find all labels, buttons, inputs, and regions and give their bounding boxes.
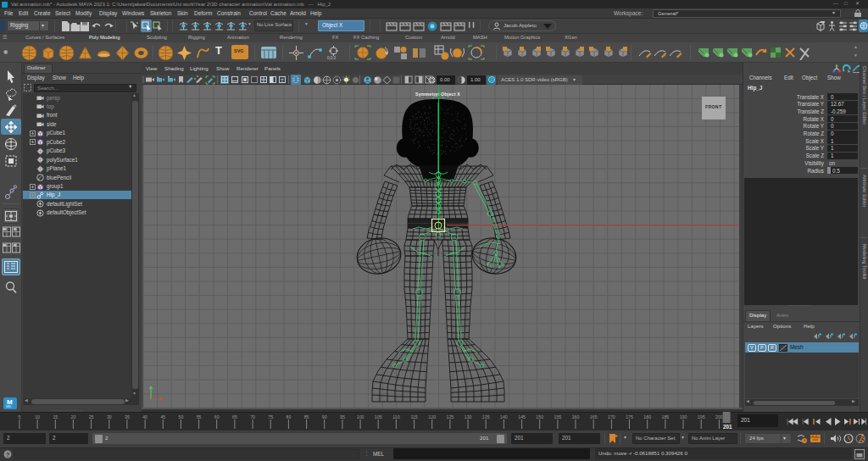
svg-text:180: 180 — [643, 414, 651, 419]
svg-text:95: 95 — [340, 414, 345, 419]
svg-text:100: 100 — [357, 414, 364, 419]
svg-text:10: 10 — [35, 414, 40, 419]
svg-text:185: 185 — [662, 414, 670, 419]
svg-text:145: 145 — [518, 414, 526, 419]
svg-text:90: 90 — [322, 414, 327, 419]
svg-text:40: 40 — [142, 414, 147, 419]
svg-text:20: 20 — [71, 414, 76, 419]
svg-text:85: 85 — [304, 414, 309, 419]
svg-text:35: 35 — [125, 414, 130, 419]
svg-text:65: 65 — [232, 414, 237, 419]
svg-text:?: ? — [6, 452, 9, 458]
svg-text:160: 160 — [572, 414, 580, 419]
svg-text:195: 195 — [698, 414, 705, 419]
svg-text:55: 55 — [197, 414, 202, 419]
svg-text:15: 15 — [53, 414, 58, 419]
svg-text:201: 201 — [723, 424, 732, 430]
svg-text:190: 190 — [680, 414, 687, 419]
svg-text:125: 125 — [447, 414, 454, 419]
svg-text:5: 5 — [18, 414, 20, 419]
svg-text:135: 135 — [482, 414, 490, 419]
svg-text:170: 170 — [608, 414, 615, 419]
svg-text:75: 75 — [268, 414, 273, 419]
svg-text:150: 150 — [536, 414, 543, 419]
svg-text:30: 30 — [107, 414, 112, 419]
svg-text:165: 165 — [590, 414, 598, 419]
svg-text:105: 105 — [375, 414, 382, 419]
svg-text:140: 140 — [500, 414, 508, 419]
svg-text:120: 120 — [428, 414, 436, 419]
svg-text:80: 80 — [287, 414, 292, 419]
svg-text:155: 155 — [554, 414, 562, 419]
svg-text:110: 110 — [392, 414, 399, 419]
svg-text:115: 115 — [410, 414, 417, 419]
svg-text:60: 60 — [214, 414, 220, 419]
svg-text:70: 70 — [250, 414, 255, 419]
svg-text:25: 25 — [89, 414, 94, 419]
svg-text:130: 130 — [465, 414, 472, 419]
svg-text:200: 200 — [715, 414, 723, 419]
svg-text:50: 50 — [179, 414, 184, 419]
svg-text:175: 175 — [626, 414, 633, 419]
svg-text:45: 45 — [160, 414, 165, 419]
